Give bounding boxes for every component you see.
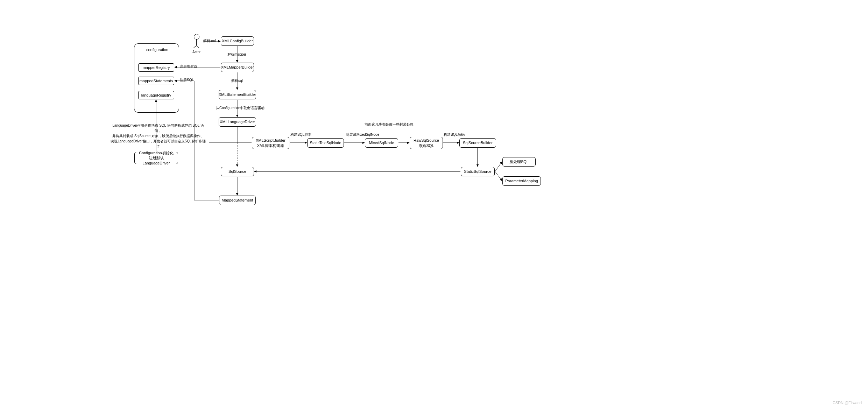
xml-language-driver: XMLLanguageDriver bbox=[219, 117, 256, 127]
language-driver-note: LanguageDriver作用是将动态 SQL 语句解析成静态 SQL 语句，… bbox=[109, 123, 207, 149]
xml-script-builder: XMLScriptBuilderXML脚本构建器 bbox=[252, 137, 289, 149]
edge-label-register-mapper: 注册映射器 bbox=[180, 64, 197, 69]
configuration-title: configuration bbox=[146, 48, 168, 52]
sql-source: SqlSource bbox=[221, 167, 254, 176]
xml-script-builder-label: XMLScriptBuilderXML脚本构建器 bbox=[256, 138, 285, 148]
mapper-registry-cell: mapperRegistry bbox=[138, 63, 174, 72]
mapped-statements-cell: mappedStatements bbox=[138, 77, 174, 85]
edge-label-parse-sql: 解析sql bbox=[231, 78, 243, 83]
raw-sql-source-label: RawSqlSource原始SQL bbox=[414, 138, 439, 148]
xml-config-builder: XMLConfigBuilder bbox=[221, 36, 254, 46]
edge-label-lang-driver: 从Configuration中取出语言驱动 bbox=[216, 106, 264, 111]
language-registry-cell: languageRegistry bbox=[138, 91, 174, 99]
configuration-init-label: Configuration初始化注册默认LanguageDriver bbox=[135, 150, 177, 165]
static-sql-source: StaticSqlSource bbox=[461, 167, 495, 176]
edge-label-register-sql: 注册SQL bbox=[180, 78, 194, 83]
svg-line-13 bbox=[495, 162, 502, 171]
wrap-note: 前面这几步都是做一些封装处理 bbox=[365, 122, 414, 127]
edge-layer bbox=[0, 0, 868, 409]
parameter-mapping: ParameterMapping bbox=[502, 176, 541, 186]
edge-label-parse-xml: 解析xml bbox=[203, 38, 216, 43]
mapped-statement: MappedStatement bbox=[219, 196, 256, 205]
edge-label-wrap-mixed: 封装成MixedSqlNode bbox=[346, 132, 379, 137]
xml-statement-builder: XMLStatementBuilder bbox=[219, 90, 256, 99]
xml-mapper-builder: XMLMapperBuilder bbox=[221, 63, 254, 72]
sql-source-builder: SqlSourceBuilder bbox=[459, 138, 496, 148]
edge-label-parse-mapper: 解析mapper bbox=[227, 52, 246, 57]
diagram-canvas: configuration mapperRegistry mappedState… bbox=[0, 0, 868, 409]
actor-label: Actor bbox=[192, 50, 200, 54]
static-text-sql-node: StaticTextSqlNode bbox=[307, 138, 344, 148]
edge-label-build-sql-source: 构建SQL源码 bbox=[444, 132, 465, 137]
mixed-sql-node: MixedSqlNode bbox=[365, 138, 398, 148]
svg-line-14 bbox=[495, 171, 502, 181]
preprocess-sql: 预处理SQL bbox=[502, 157, 536, 167]
watermark: CSDN @Filwaod bbox=[833, 401, 862, 405]
configuration-init: Configuration初始化注册默认LanguageDriver bbox=[134, 152, 178, 164]
raw-sql-source: RawSqlSource原始SQL bbox=[410, 137, 443, 149]
edge-label-build-script: 构建SQL脚本 bbox=[290, 132, 311, 137]
